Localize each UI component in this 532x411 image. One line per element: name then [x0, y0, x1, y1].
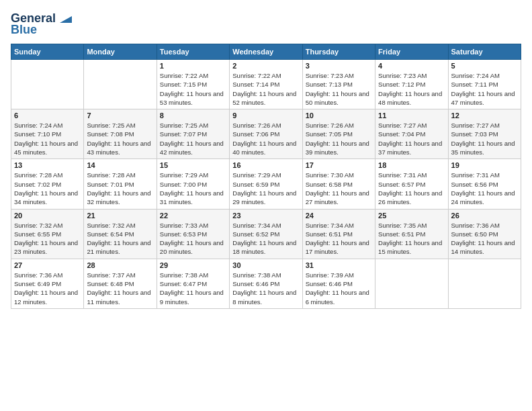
day-number: 19 — [451, 161, 518, 169]
week-row-1: 1Sunrise: 7:22 AM Sunset: 7:15 PM Daylig… — [11, 60, 521, 109]
day-number: 18 — [378, 161, 445, 169]
day-cell: 27Sunrise: 7:36 AM Sunset: 6:49 PM Dayli… — [11, 259, 84, 308]
day-info: Sunrise: 7:26 AM Sunset: 7:06 PM Dayligh… — [232, 121, 299, 156]
day-cell: 28Sunrise: 7:37 AM Sunset: 6:48 PM Dayli… — [84, 259, 157, 308]
day-cell: 19Sunrise: 7:31 AM Sunset: 6:56 PM Dayli… — [448, 159, 521, 209]
day-cell: 9Sunrise: 7:26 AM Sunset: 7:06 PM Daylig… — [230, 109, 302, 159]
header: General Blue — [11, 11, 521, 37]
day-number: 29 — [160, 261, 226, 269]
day-number: 26 — [451, 212, 518, 220]
calendar-header: SundayMondayTuesdayWednesdayThursdayFrid… — [11, 44, 521, 60]
day-cell — [448, 259, 521, 308]
day-number: 17 — [306, 161, 372, 169]
day-header-thursday: Thursday — [302, 44, 375, 60]
day-info: Sunrise: 7:26 AM Sunset: 7:05 PM Dayligh… — [306, 121, 372, 156]
logo: General Blue — [11, 11, 72, 37]
day-cell: 15Sunrise: 7:29 AM Sunset: 7:00 PM Dayli… — [157, 159, 229, 209]
calendar-body: 1Sunrise: 7:22 AM Sunset: 7:15 PM Daylig… — [11, 60, 521, 309]
logo-blue: Blue — [11, 23, 37, 37]
day-info: Sunrise: 7:29 AM Sunset: 6:59 PM Dayligh… — [232, 171, 299, 206]
day-header-friday: Friday — [375, 44, 448, 60]
day-cell: 10Sunrise: 7:26 AM Sunset: 7:05 PM Dayli… — [302, 109, 375, 159]
day-info: Sunrise: 7:27 AM Sunset: 7:03 PM Dayligh… — [451, 121, 518, 156]
day-info: Sunrise: 7:32 AM Sunset: 6:54 PM Dayligh… — [87, 221, 153, 257]
day-info: Sunrise: 7:25 AM Sunset: 7:07 PM Dayligh… — [160, 121, 226, 156]
week-row-3: 13Sunrise: 7:28 AM Sunset: 7:02 PM Dayli… — [11, 159, 521, 209]
day-header-sunday: Sunday — [11, 44, 84, 60]
day-info: Sunrise: 7:33 AM Sunset: 6:53 PM Dayligh… — [160, 221, 226, 257]
week-row-5: 27Sunrise: 7:36 AM Sunset: 6:49 PM Dayli… — [11, 259, 521, 308]
day-info: Sunrise: 7:23 AM Sunset: 7:13 PM Dayligh… — [306, 71, 372, 107]
day-cell: 7Sunrise: 7:25 AM Sunset: 7:08 PM Daylig… — [84, 109, 157, 159]
day-cell: 22Sunrise: 7:33 AM Sunset: 6:53 PM Dayli… — [157, 209, 229, 259]
day-cell — [375, 259, 448, 308]
day-info: Sunrise: 7:34 AM Sunset: 6:52 PM Dayligh… — [232, 221, 299, 257]
day-cell: 3Sunrise: 7:23 AM Sunset: 7:13 PM Daylig… — [302, 60, 375, 109]
day-number: 21 — [87, 212, 153, 220]
day-number: 22 — [160, 212, 226, 220]
day-cell: 24Sunrise: 7:34 AM Sunset: 6:51 PM Dayli… — [302, 209, 375, 259]
day-info: Sunrise: 7:28 AM Sunset: 7:02 PM Dayligh… — [14, 171, 81, 206]
day-info: Sunrise: 7:24 AM Sunset: 7:10 PM Dayligh… — [14, 121, 81, 156]
day-info: Sunrise: 7:25 AM Sunset: 7:08 PM Dayligh… — [87, 121, 153, 156]
day-number: 7 — [87, 111, 153, 120]
day-cell — [84, 60, 157, 109]
logo-icon — [57, 11, 72, 26]
day-info: Sunrise: 7:29 AM Sunset: 7:00 PM Dayligh… — [160, 171, 226, 206]
day-info: Sunrise: 7:34 AM Sunset: 6:51 PM Dayligh… — [306, 221, 372, 257]
day-cell: 2Sunrise: 7:22 AM Sunset: 7:14 PM Daylig… — [230, 60, 302, 109]
day-cell: 25Sunrise: 7:35 AM Sunset: 6:51 PM Dayli… — [375, 209, 448, 259]
day-info: Sunrise: 7:28 AM Sunset: 7:01 PM Dayligh… — [87, 171, 153, 206]
day-info: Sunrise: 7:38 AM Sunset: 6:46 PM Dayligh… — [232, 271, 299, 306]
day-header-wednesday: Wednesday — [230, 44, 302, 60]
day-number: 25 — [378, 212, 445, 220]
calendar-table: SundayMondayTuesdayWednesdayThursdayFrid… — [11, 44, 521, 309]
day-info: Sunrise: 7:38 AM Sunset: 6:47 PM Dayligh… — [160, 271, 226, 306]
day-number: 24 — [306, 212, 372, 220]
day-cell: 20Sunrise: 7:32 AM Sunset: 6:55 PM Dayli… — [11, 209, 84, 259]
day-cell: 13Sunrise: 7:28 AM Sunset: 7:02 PM Dayli… — [11, 159, 84, 209]
day-cell: 11Sunrise: 7:27 AM Sunset: 7:04 PM Dayli… — [375, 109, 448, 159]
day-cell: 26Sunrise: 7:36 AM Sunset: 6:50 PM Dayli… — [448, 209, 521, 259]
svg-marker-0 — [60, 16, 72, 23]
day-header-saturday: Saturday — [448, 44, 521, 60]
day-number: 2 — [232, 62, 299, 70]
day-number: 3 — [306, 62, 372, 70]
day-number: 31 — [306, 261, 372, 269]
day-cell: 29Sunrise: 7:38 AM Sunset: 6:47 PM Dayli… — [157, 259, 229, 308]
day-number: 20 — [14, 212, 81, 220]
header-row: SundayMondayTuesdayWednesdayThursdayFrid… — [11, 44, 521, 60]
day-number: 12 — [451, 111, 518, 120]
day-cell: 1Sunrise: 7:22 AM Sunset: 7:15 PM Daylig… — [157, 60, 229, 109]
day-cell: 6Sunrise: 7:24 AM Sunset: 7:10 PM Daylig… — [11, 109, 84, 159]
day-number: 6 — [14, 111, 81, 120]
day-info: Sunrise: 7:32 AM Sunset: 6:55 PM Dayligh… — [14, 221, 81, 257]
day-number: 30 — [232, 261, 299, 269]
day-cell: 16Sunrise: 7:29 AM Sunset: 6:59 PM Dayli… — [230, 159, 302, 209]
day-info: Sunrise: 7:24 AM Sunset: 7:11 PM Dayligh… — [451, 71, 518, 107]
page: General Blue SundayMondayTuesdayWednesda… — [0, 0, 532, 411]
day-cell: 18Sunrise: 7:31 AM Sunset: 6:57 PM Dayli… — [375, 159, 448, 209]
day-cell: 8Sunrise: 7:25 AM Sunset: 7:07 PM Daylig… — [157, 109, 229, 159]
day-info: Sunrise: 7:36 AM Sunset: 6:50 PM Dayligh… — [451, 221, 518, 257]
day-number: 10 — [306, 111, 372, 120]
day-cell: 17Sunrise: 7:30 AM Sunset: 6:58 PM Dayli… — [302, 159, 375, 209]
day-cell: 12Sunrise: 7:27 AM Sunset: 7:03 PM Dayli… — [448, 109, 521, 159]
day-info: Sunrise: 7:39 AM Sunset: 6:46 PM Dayligh… — [306, 271, 372, 306]
day-number: 11 — [378, 111, 445, 120]
day-number: 5 — [451, 62, 518, 70]
day-info: Sunrise: 7:23 AM Sunset: 7:12 PM Dayligh… — [378, 71, 445, 107]
week-row-2: 6Sunrise: 7:24 AM Sunset: 7:10 PM Daylig… — [11, 109, 521, 159]
day-info: Sunrise: 7:31 AM Sunset: 6:57 PM Dayligh… — [378, 171, 445, 206]
day-info: Sunrise: 7:35 AM Sunset: 6:51 PM Dayligh… — [378, 221, 445, 257]
day-cell: 23Sunrise: 7:34 AM Sunset: 6:52 PM Dayli… — [230, 209, 302, 259]
day-info: Sunrise: 7:36 AM Sunset: 6:49 PM Dayligh… — [14, 271, 81, 306]
day-number: 9 — [232, 111, 299, 120]
day-info: Sunrise: 7:27 AM Sunset: 7:04 PM Dayligh… — [378, 121, 445, 156]
day-header-tuesday: Tuesday — [157, 44, 229, 60]
day-number: 27 — [14, 261, 81, 269]
day-cell: 5Sunrise: 7:24 AM Sunset: 7:11 PM Daylig… — [448, 60, 521, 109]
day-number: 8 — [160, 111, 226, 120]
day-header-monday: Monday — [84, 44, 157, 60]
day-number: 15 — [160, 161, 226, 169]
